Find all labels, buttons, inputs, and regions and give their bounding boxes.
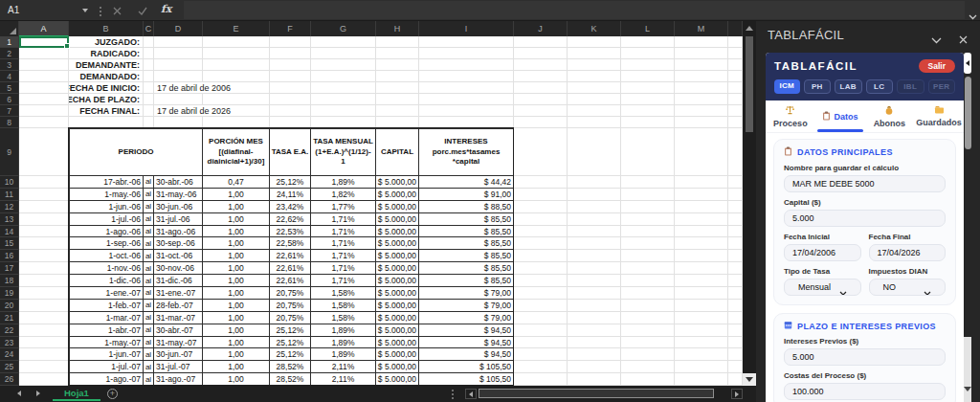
empty-cell[interactable] bbox=[568, 300, 621, 312]
intereses-cell[interactable]: $ 94,50 bbox=[419, 324, 514, 337]
empty-cell[interactable] bbox=[675, 373, 728, 386]
input-fecha-final[interactable]: 17/04/2026 bbox=[869, 244, 947, 261]
empty-cell[interactable] bbox=[19, 324, 69, 337]
empty-cell[interactable] bbox=[568, 262, 621, 275]
period-sep-cell[interactable]: al bbox=[144, 213, 154, 226]
tasa-mensual-cell[interactable]: 1,89% bbox=[311, 348, 376, 361]
empty-cell[interactable] bbox=[621, 275, 675, 287]
empty-cell[interactable] bbox=[675, 237, 728, 250]
tasa-ea-cell[interactable]: 20,75% bbox=[270, 300, 311, 312]
tasa-mensual-cell[interactable]: 1,89% bbox=[311, 176, 376, 189]
period-end-cell[interactable]: 30-jun.-07 bbox=[154, 348, 203, 361]
empty-cell[interactable] bbox=[270, 94, 311, 105]
empty-cell[interactable] bbox=[19, 94, 69, 105]
row-header-11[interactable]: 11 bbox=[0, 189, 19, 201]
intereses-cell[interactable]: $ 85,50 bbox=[419, 250, 514, 262]
period-end-cell[interactable]: 28-feb.-07 bbox=[154, 300, 203, 312]
intereses-cell[interactable]: $ 85,50 bbox=[419, 226, 514, 238]
empty-cell[interactable] bbox=[675, 94, 728, 105]
row-header-17[interactable]: 17 bbox=[0, 262, 19, 275]
intereses-cell[interactable]: $ 79,00 bbox=[419, 287, 514, 300]
input-fecha-inicial[interactable]: 17/04/2006 bbox=[784, 244, 861, 261]
column-header-L[interactable]: L bbox=[621, 21, 675, 36]
name-box-dropdown-icon[interactable] bbox=[82, 9, 88, 12]
period-sep-cell[interactable]: al bbox=[144, 250, 154, 262]
porcion-mes-cell[interactable]: 1,00 bbox=[203, 287, 270, 300]
empty-cell[interactable] bbox=[728, 287, 743, 300]
insert-function-icon[interactable]: fx bbox=[161, 3, 171, 15]
empty-cell[interactable] bbox=[376, 94, 419, 105]
empty-cell[interactable] bbox=[728, 237, 743, 250]
empty-cell[interactable] bbox=[419, 71, 514, 82]
row-header-2[interactable]: 2 bbox=[0, 48, 19, 59]
empty-cell[interactable] bbox=[514, 287, 568, 300]
empty-cell[interactable] bbox=[675, 48, 728, 59]
porcion-mes-cell[interactable]: 1,00 bbox=[203, 226, 270, 238]
intereses-cell[interactable]: $ 88,50 bbox=[419, 201, 514, 213]
porcion-mes-cell[interactable]: 1,00 bbox=[203, 250, 270, 262]
empty-cell[interactable] bbox=[568, 128, 621, 176]
info-value-cell[interactable]: 17 de abril de 2006 bbox=[154, 82, 270, 94]
capital-cell[interactable]: $ 5.000,00 bbox=[376, 373, 419, 386]
info-label-cell[interactable]: DEMANDANTE: bbox=[69, 59, 144, 71]
empty-cell[interactable] bbox=[621, 176, 675, 189]
tasa-ea-cell[interactable]: 23,42% bbox=[270, 201, 311, 213]
tasa-ea-cell[interactable]: 22,58% bbox=[270, 237, 311, 250]
period-end-cell[interactable]: 30-nov.-06 bbox=[154, 262, 203, 275]
porcion-mes-cell[interactable]: 1,00 bbox=[203, 324, 270, 337]
period-start-cell[interactable]: 1-jun.-06 bbox=[69, 201, 144, 213]
empty-cell[interactable] bbox=[621, 287, 675, 300]
empty-cell[interactable] bbox=[675, 324, 728, 337]
capital-cell[interactable]: $ 5.000,00 bbox=[376, 201, 419, 213]
column-header-F[interactable]: F bbox=[270, 21, 311, 36]
empty-cell[interactable] bbox=[621, 82, 675, 94]
tasa-mensual-cell[interactable]: 1,71% bbox=[311, 250, 376, 262]
empty-cell[interactable] bbox=[621, 71, 675, 82]
empty-cell[interactable] bbox=[514, 237, 568, 250]
porcion-mes-cell[interactable]: 1,00 bbox=[203, 189, 270, 201]
intereses-cell[interactable]: $ 44,42 bbox=[419, 176, 514, 189]
column-header-K[interactable]: K bbox=[568, 21, 621, 36]
empty-cell[interactable] bbox=[621, 373, 675, 386]
period-sep-cell[interactable]: al bbox=[144, 337, 154, 349]
period-end-cell[interactable]: 31-ago.-07 bbox=[154, 373, 203, 386]
empty-cell[interactable] bbox=[144, 94, 154, 105]
empty-cell[interactable] bbox=[19, 105, 69, 117]
empty-cell[interactable] bbox=[311, 71, 376, 82]
empty-cell[interactable] bbox=[376, 71, 419, 82]
taskpane-close-icon[interactable] bbox=[959, 31, 968, 48]
column-header-I[interactable]: I bbox=[419, 21, 514, 36]
input-nombre-para-guardar-el-c-lculo[interactable]: MAR ME DEBE 5000 bbox=[784, 175, 946, 192]
period-end-cell[interactable]: 31-ago.-06 bbox=[154, 226, 203, 238]
tasa-mensual-cell[interactable]: 1,71% bbox=[311, 213, 376, 226]
empty-cell[interactable] bbox=[728, 59, 743, 71]
period-end-cell[interactable]: 31-oct.-06 bbox=[154, 250, 203, 262]
capital-cell[interactable]: $ 5.000,00 bbox=[376, 324, 419, 337]
table-header-tasa_ea[interactable]: TASA E.A. bbox=[270, 128, 311, 176]
empty-cell[interactable] bbox=[568, 105, 621, 117]
column-header-E[interactable]: E bbox=[203, 21, 270, 36]
empty-cell[interactable] bbox=[568, 337, 621, 349]
empty-cell[interactable] bbox=[311, 94, 376, 105]
empty-cell[interactable] bbox=[514, 348, 568, 361]
capital-cell[interactable]: $ 5.000,00 bbox=[376, 361, 419, 373]
column-header-H[interactable]: H bbox=[376, 21, 419, 36]
empty-cell[interactable] bbox=[311, 59, 376, 71]
empty-cell[interactable] bbox=[376, 59, 419, 71]
column-header-D[interactable]: D bbox=[154, 21, 203, 36]
empty-cell[interactable] bbox=[675, 213, 728, 226]
empty-cell[interactable] bbox=[376, 48, 419, 59]
tasa-ea-cell[interactable]: 22,53% bbox=[270, 226, 311, 238]
empty-cell[interactable] bbox=[568, 324, 621, 337]
empty-cell[interactable] bbox=[621, 250, 675, 262]
empty-cell[interactable] bbox=[19, 262, 69, 275]
scroll-right-icon[interactable] bbox=[731, 389, 743, 399]
empty-cell[interactable] bbox=[270, 71, 311, 82]
period-start-cell[interactable]: 1-ene.-07 bbox=[69, 287, 144, 300]
taskpane-options-chevron-icon[interactable] bbox=[931, 31, 942, 48]
empty-cell[interactable] bbox=[568, 361, 621, 373]
empty-cell[interactable] bbox=[675, 201, 728, 213]
table-header-capital[interactable]: CAPITAL bbox=[376, 128, 419, 176]
row-header-5[interactable]: 5 bbox=[0, 82, 19, 94]
period-sep-cell[interactable]: al bbox=[144, 226, 154, 238]
